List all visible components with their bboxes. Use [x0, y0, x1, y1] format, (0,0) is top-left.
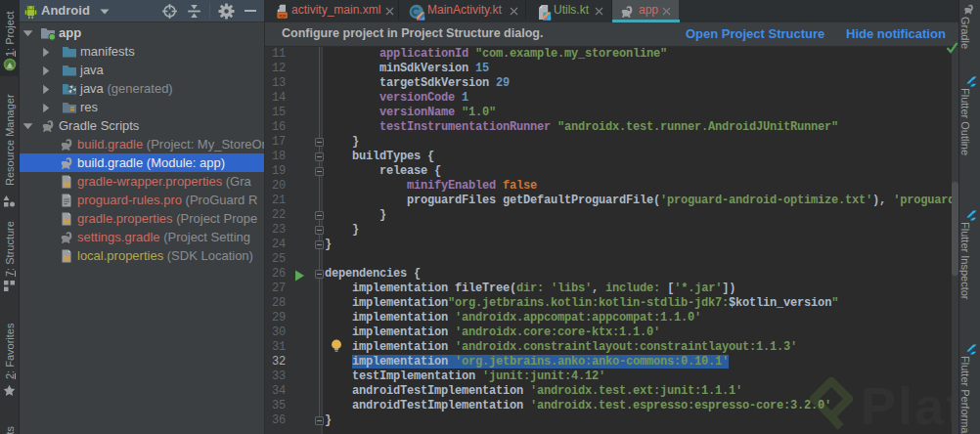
svg-text:<>: <> — [279, 13, 287, 20]
